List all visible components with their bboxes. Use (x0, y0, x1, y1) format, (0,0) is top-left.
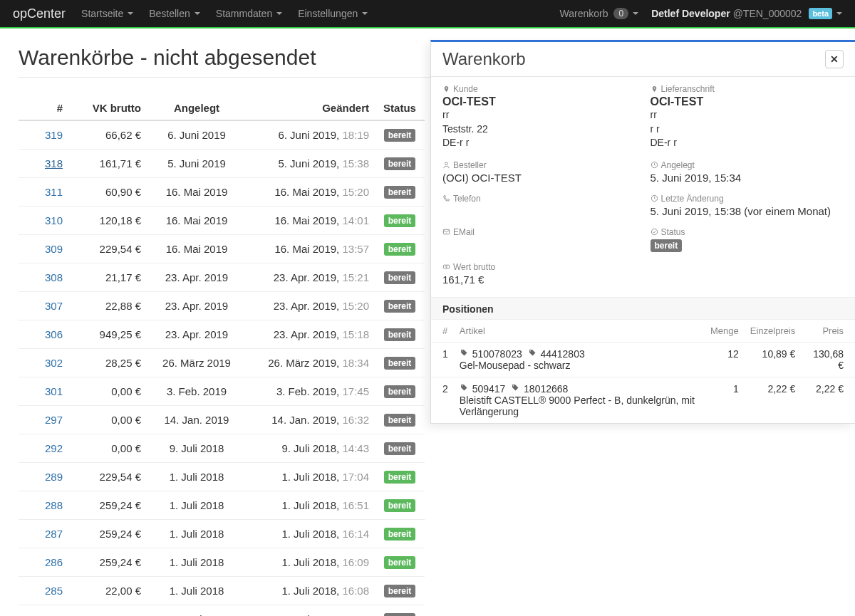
brand-logo[interactable]: opCenter (13, 6, 66, 21)
caret-icon (128, 12, 133, 15)
cell-geaendert: 1. Juli 2018, 16:51 (247, 491, 375, 520)
cell-vk: 229,54 € (68, 235, 147, 263)
panel-title: Warenkorb (442, 49, 525, 69)
table-row[interactable]: 31160,90 €16. Mai 201916. Mai 2019, 15:2… (19, 178, 425, 207)
field-email: EMail (442, 227, 636, 252)
detail-panel: Warenkorb ✕ Kunde OCI-TEST rrTeststr. 22… (430, 40, 855, 424)
cart-id-link[interactable]: 307 (45, 300, 63, 312)
carts-table: # VK brutto Angelegt Geändert Status 319… (19, 96, 425, 616)
cell-geaendert: 23. Apr. 2019, 15:18 (247, 320, 375, 349)
col-vk[interactable]: VK brutto (68, 96, 147, 120)
cart-id-link[interactable]: 288 (45, 499, 63, 511)
nav-stammdaten[interactable]: Stammdaten (216, 8, 282, 19)
cell-geaendert: 3. Feb. 2019, 17:45 (247, 377, 375, 406)
beta-badge: beta (809, 8, 832, 19)
cell-angelegt: 1. Juli 2018 (147, 491, 247, 520)
pos-col-menge: Menge (710, 320, 750, 343)
cell-vk: 949,25 € (68, 320, 147, 349)
table-row[interactable]: 2970,00 €14. Jan. 201914. Jan. 2019, 16:… (19, 406, 425, 434)
cart-id-link[interactable]: 286 (45, 556, 63, 568)
nav-warenkorb[interactable]: Warenkorb 0 (560, 8, 639, 19)
table-row[interactable]: 30722,88 €23. Apr. 201923. Apr. 2019, 15… (19, 292, 425, 320)
cart-id-link[interactable]: 302 (45, 357, 63, 369)
status-badge: bereit (384, 556, 416, 569)
pos-col-artikel: Artikel (460, 320, 710, 343)
cell-geaendert: 6. Juni 2019, 18:19 (247, 120, 375, 150)
cart-id-link[interactable]: 287 (45, 528, 63, 540)
cell-vk: 229,54 € (68, 463, 147, 491)
nav-startseite[interactable]: Startseite (81, 8, 133, 19)
tag-icon (460, 349, 468, 357)
mail-icon (442, 228, 450, 236)
cell-vk: 120,18 € (68, 207, 147, 235)
cell-angelegt: 5. Juni 2019 (147, 150, 247, 178)
pin-icon (651, 85, 658, 93)
table-row[interactable]: 3010,00 €3. Feb. 20193. Feb. 2019, 17:45… (19, 377, 425, 406)
table-row[interactable]: 30228,25 €26. März 201926. März 2019, 18… (19, 349, 425, 377)
cart-id-link[interactable]: 301 (45, 385, 63, 397)
status-badge: bereit (384, 499, 416, 512)
field-status: Status bereit (651, 227, 844, 252)
cart-id-link[interactable]: 311 (45, 186, 63, 198)
table-row[interactable]: 306949,25 €23. Apr. 201923. Apr. 2019, 1… (19, 320, 425, 349)
cell-angelegt: 1. Juli 2018 (147, 463, 247, 491)
cart-id-link[interactable]: 306 (45, 328, 63, 340)
cart-id-link[interactable]: 285 (45, 585, 63, 597)
cell-angelegt: 1. Juli 2018 (147, 577, 247, 605)
cell-geaendert: 1. Juli 2018, 16:08 (247, 577, 375, 605)
col-status[interactable]: Status (375, 96, 425, 120)
cart-id-link[interactable]: 319 (45, 129, 63, 141)
cell-vk: 0,00 € (68, 377, 147, 406)
panel-close-button[interactable]: ✕ (825, 50, 844, 68)
svg-point-6 (446, 266, 447, 268)
cart-id-link[interactable]: 289 (45, 471, 63, 483)
close-icon: ✕ (830, 53, 839, 65)
pos-num: 2 (431, 377, 460, 423)
table-row[interactable]: 287259,24 €1. Juli 20181. Juli 2018, 16:… (19, 520, 425, 548)
cart-id-link[interactable]: 308 (45, 271, 63, 283)
nav-bestellen[interactable]: Bestellen (149, 8, 200, 19)
field-besteller: Besteller (OCI) OCI-TEST (442, 160, 636, 184)
cell-vk: 259,24 € (68, 520, 147, 548)
table-row[interactable]: 310120,18 €16. Mai 201916. Mai 2019, 14:… (19, 207, 425, 235)
caret-icon (195, 12, 200, 15)
status-badge: bereit (384, 271, 416, 284)
table-row[interactable]: 30821,17 €23. Apr. 201923. Apr. 2019, 15… (19, 263, 425, 292)
cart-id-link[interactable]: 297 (45, 414, 63, 426)
status-badge: bereit (384, 243, 416, 256)
cart-id-link[interactable]: 318 (45, 157, 63, 169)
top-navbar: opCenter Startseite Bestellen Stammdaten… (0, 0, 855, 28)
cell-geaendert: 14. Jan. 2019, 16:32 (247, 406, 375, 434)
cart-id-link[interactable]: 310 (45, 214, 63, 226)
table-row[interactable]: 288259,24 €1. Juli 20181. Juli 2018, 16:… (19, 491, 425, 520)
cart-id-link[interactable]: 292 (45, 442, 63, 454)
field-telefon: Telefon (442, 194, 636, 217)
table-row[interactable]: 286259,24 €1. Juli 20181. Juli 2018, 16:… (19, 548, 425, 577)
position-row[interactable]: 2 509417 18012668Bleistift CASTELL® 9000… (431, 377, 855, 423)
cell-geaendert: 16. Mai 2019, 15:20 (247, 178, 375, 207)
cart-id-link[interactable]: 284 (45, 613, 63, 616)
clock-icon (651, 194, 658, 202)
cell-vk: 0,00 € (68, 434, 147, 463)
tag-icon (511, 384, 519, 392)
col-angelegt[interactable]: Angelegt (147, 96, 247, 120)
table-row[interactable]: 289229,54 €1. Juli 20181. Juli 2018, 17:… (19, 463, 425, 491)
table-row[interactable]: 2920,00 €9. Juli 20189. Juli 2018, 14:43… (19, 434, 425, 463)
status-badge: bereit (384, 214, 416, 227)
cell-geaendert: 1. Juli 2018, 16:09 (247, 548, 375, 577)
nav-einstellungen[interactable]: Einstellungen (298, 8, 368, 19)
col-geaendert[interactable]: Geändert (247, 96, 375, 120)
table-row[interactable]: 309229,54 €16. Mai 201916. Mai 2019, 13:… (19, 235, 425, 263)
position-row[interactable]: 1 510078023 44412803Gel-Mousepad - schwa… (431, 342, 855, 377)
table-row[interactable]: 28522,00 €1. Juli 20181. Juli 2018, 16:0… (19, 577, 425, 605)
cell-angelegt: 26. März 2019 (147, 349, 247, 377)
nav-user-menu[interactable]: Detlef Developer@TEN_000002 beta (651, 8, 842, 19)
table-row[interactable]: 31966,62 €6. Juni 20196. Juni 2019, 18:1… (19, 120, 425, 150)
pos-menge: 12 (710, 342, 750, 377)
table-row[interactable]: 28445,80 €28. Juni 201828. Juni 2018, 18… (19, 605, 425, 617)
table-row[interactable]: 318161,71 €5. Juni 20195. Juni 2019, 15:… (19, 150, 425, 178)
cell-vk: 22,88 € (68, 292, 147, 320)
cart-id-link[interactable]: 309 (45, 243, 63, 255)
field-letzte-aenderung: Letzte Änderung 5. Juni 2019, 15:38 (vor… (651, 194, 844, 217)
col-num[interactable]: # (19, 96, 68, 120)
